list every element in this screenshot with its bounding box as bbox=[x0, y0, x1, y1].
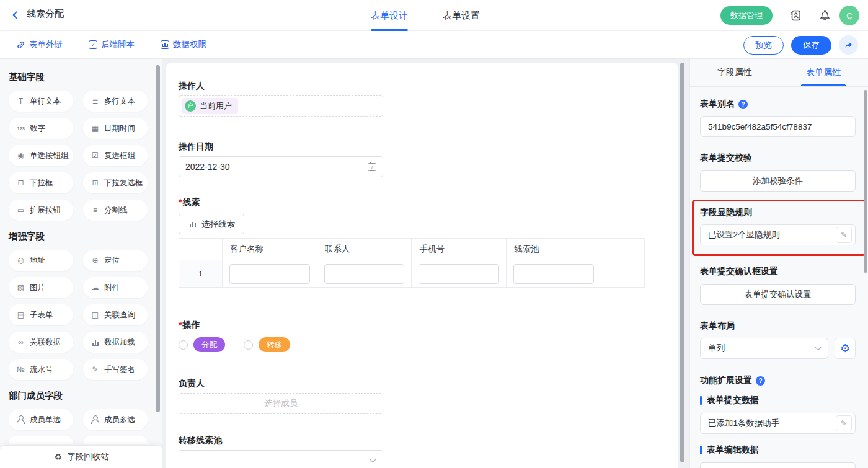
action-label: *操作 bbox=[179, 319, 678, 331]
phone-input[interactable] bbox=[418, 264, 499, 284]
text-icon: T bbox=[16, 97, 25, 105]
submit-confirm-button[interactable]: 表单提交确认设置 bbox=[700, 284, 856, 305]
palette-item-location[interactable]: ⊕定位 bbox=[83, 250, 148, 271]
palette-item-attachment[interactable]: ☁附件 bbox=[83, 277, 148, 298]
lookup-icon: ◫ bbox=[91, 311, 100, 319]
palette-item-address[interactable]: ◎地址 bbox=[9, 250, 73, 271]
tab-form-settings[interactable]: 表单设置 bbox=[443, 0, 480, 31]
layout-row: 单列 ⚙ bbox=[700, 338, 856, 359]
palette-item-lookup-query[interactable]: ◫关联查询 bbox=[83, 304, 148, 325]
pool-label: 转移线索池 bbox=[179, 434, 678, 446]
edit-icon[interactable]: ✎ bbox=[836, 415, 852, 431]
palette-item-serial-number[interactable]: №流水号 bbox=[9, 359, 73, 380]
share-button[interactable] bbox=[839, 35, 858, 55]
tab-form-properties[interactable]: 表单属性 bbox=[779, 59, 868, 86]
palette-item-partial[interactable] bbox=[9, 436, 73, 444]
palette-item-multi-line-text[interactable]: ≣多行文本 bbox=[83, 91, 148, 112]
sidebar-scrollbar[interactable] bbox=[156, 65, 160, 412]
member-field-grid: 成员单选 成员多选 bbox=[9, 409, 162, 430]
palette-item-member-multi[interactable]: 成员多选 bbox=[83, 409, 148, 430]
palette-item-linked-data[interactable]: ∞关联数据 bbox=[9, 332, 73, 353]
palette-item-multi-select[interactable]: ⊞下拉复选框 bbox=[83, 172, 148, 193]
palette-item-radio-group[interactable]: ◉单选按钮组 bbox=[9, 145, 73, 166]
field-palette: 基础字段 T单行文本 ≣多行文本 123数字 ▦日期时间 ◉单选按钮组 ☑复选框… bbox=[0, 59, 162, 468]
toolbar-links: 表单外链 ✓ 后端脚本 数据权限 bbox=[0, 39, 206, 50]
option-assign[interactable]: 分配 bbox=[179, 337, 225, 352]
field-recycle-bin[interactable]: ♻ 字段回收站 bbox=[0, 445, 162, 468]
calendar-icon: ▦ bbox=[91, 124, 100, 133]
palette-item-signature[interactable]: ✎手写签名 bbox=[83, 359, 148, 380]
palette-item-single-line-text[interactable]: T单行文本 bbox=[9, 91, 73, 112]
customer-name-input[interactable] bbox=[229, 264, 310, 284]
panel-scrollbar[interactable] bbox=[864, 90, 867, 273]
required-mark: * bbox=[179, 197, 182, 207]
palette-item-number[interactable]: 123数字 bbox=[9, 118, 73, 139]
palette-item-data-load[interactable]: 数据加载 bbox=[83, 332, 148, 353]
palette-item-checkbox-group[interactable]: ☑复选框组 bbox=[83, 145, 148, 166]
palette-item-member-single[interactable]: 成员单选 bbox=[9, 409, 73, 430]
palette-item-datetime[interactable]: ▦日期时间 bbox=[83, 118, 148, 139]
palette-item-image[interactable]: ▧图片 bbox=[9, 277, 73, 298]
tab-form-design[interactable]: 表单设计 bbox=[371, 0, 408, 31]
help-icon[interactable]: ? bbox=[738, 100, 748, 109]
chevron-down-icon bbox=[815, 344, 822, 350]
form-title[interactable]: 线索分配 bbox=[27, 8, 64, 22]
help-icon[interactable]: ? bbox=[756, 376, 765, 386]
layout-settings-button[interactable]: ⚙ bbox=[835, 338, 856, 359]
pool-select[interactable] bbox=[179, 450, 383, 468]
radio-icon[interactable] bbox=[244, 340, 253, 350]
palette-item-partial[interactable] bbox=[83, 436, 148, 444]
notification-bell-icon[interactable] bbox=[818, 9, 831, 22]
visibility-rules-field[interactable]: 已设置2个显隐规则 ✎ bbox=[700, 224, 856, 245]
submit-data-label: 表单提交数据 bbox=[700, 395, 856, 406]
location-icon: ⊕ bbox=[91, 256, 100, 265]
layout-select[interactable]: 单列 bbox=[700, 338, 828, 359]
header-tabs: 表单设计 表单设置 bbox=[371, 0, 480, 31]
option-transfer[interactable]: 转移 bbox=[244, 337, 290, 352]
column-header-contact: 联系人 bbox=[317, 239, 412, 260]
app-header: 线索分配 表单设计 表单设置 数据管理 bbox=[0, 0, 868, 31]
add-operation-button[interactable]: 添加操作 bbox=[700, 462, 856, 468]
header-right: 数据管理 C bbox=[720, 0, 859, 31]
current-user-tag: 户 当前用户 bbox=[182, 98, 238, 114]
validate-label: 表单提交校验 bbox=[700, 152, 856, 164]
panel-body: 表单别名 ? 表单提交校验 添加校验条件 字段显隐规则 已设置2个显隐规则 ✎ … bbox=[690, 99, 868, 468]
section-title-enhanced: 增强字段 bbox=[9, 231, 162, 242]
panel-tabs: 字段属性 表单属性 bbox=[690, 59, 868, 87]
owner-field[interactable]: 选择成员 bbox=[179, 393, 383, 414]
save-button[interactable]: 保存 bbox=[791, 36, 831, 55]
alias-input[interactable] bbox=[700, 116, 856, 137]
back-icon[interactable] bbox=[12, 11, 20, 19]
preview-button[interactable]: 预览 bbox=[743, 36, 784, 55]
radio-icon[interactable] bbox=[179, 340, 188, 350]
data-manage-button[interactable]: 数据管理 bbox=[720, 6, 773, 25]
lead-pool-input[interactable] bbox=[513, 264, 594, 284]
header-left: 线索分配 bbox=[0, 8, 64, 22]
data-permission-item[interactable]: 数据权限 bbox=[161, 39, 206, 50]
palette-item-extend-button[interactable]: ▭扩展按钮 bbox=[9, 200, 73, 221]
edit-icon[interactable]: ✎ bbox=[836, 227, 852, 243]
share-arrow-icon bbox=[844, 40, 853, 50]
enhanced-field-grid: ◎地址 ⊕定位 ▧图片 ☁附件 ▤子表单 ◫关联查询 ∞关联数据 数据加载 №流… bbox=[9, 250, 162, 380]
contact-input[interactable] bbox=[324, 264, 405, 284]
canvas-scrollbar[interactable] bbox=[680, 63, 684, 462]
contacts-book-icon[interactable] bbox=[789, 9, 802, 22]
external-link-item[interactable]: 表单外链 bbox=[16, 39, 63, 50]
palette-item-divider[interactable]: ≡分割线 bbox=[83, 200, 148, 221]
select-lead-button[interactable]: 选择线索 bbox=[179, 214, 244, 234]
palette-item-subform[interactable]: ▤子表单 bbox=[9, 304, 73, 325]
tab-field-properties[interactable]: 字段属性 bbox=[690, 59, 779, 86]
date-field[interactable]: 2022-12-30 7 bbox=[179, 156, 383, 177]
operator-label: 操作人 bbox=[179, 79, 678, 92]
user-avatar[interactable]: C bbox=[839, 6, 859, 25]
form-toolbar: 表单外链 ✓ 后端脚本 数据权限 预览 保存 bbox=[0, 31, 868, 59]
extension-label: 功能扩展设置 ? bbox=[700, 375, 856, 386]
signature-pen-icon: ✎ bbox=[91, 365, 100, 374]
operator-field[interactable]: 户 当前用户 bbox=[179, 95, 383, 117]
add-validation-button[interactable]: 添加校验条件 bbox=[700, 170, 856, 192]
required-mark: * bbox=[179, 320, 182, 330]
backend-script-item[interactable]: ✓ 后端脚本 bbox=[89, 39, 135, 50]
submit-data-field[interactable]: 已添加1条数据助手 ✎ bbox=[700, 413, 856, 434]
data-permission-icon bbox=[161, 40, 169, 49]
palette-item-select[interactable]: ⊟下拉框 bbox=[9, 172, 73, 193]
